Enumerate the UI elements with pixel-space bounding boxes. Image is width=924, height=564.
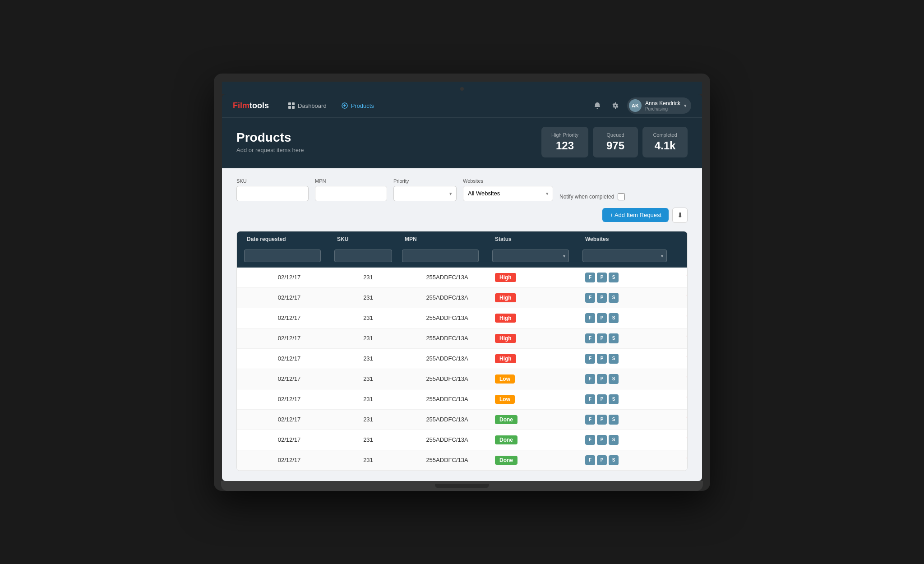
website-badge-s: S [609,394,619,404]
cell-mpn: 255ADDFC/13A [402,436,492,443]
download-button[interactable]: ⬇ [672,208,688,223]
website-badge-f: F [585,374,595,384]
chevron-down-icon: ▾ [684,103,687,109]
logo-accent: Film [233,101,249,110]
mpn-label: MPN [315,178,387,184]
nav-dashboard-label: Dashboard [298,102,327,109]
col-actions [682,236,687,242]
website-badge-p: P [597,313,607,323]
status-badge: Done [495,415,517,424]
status-badge: High [495,293,516,302]
cell-status: High [492,334,582,343]
cell-sku: 231 [334,335,402,342]
mpn-input[interactable] [315,186,387,201]
nav-items: Dashboard Products [282,99,591,112]
nav-item-products[interactable]: Products [335,99,380,112]
col-date: Date requested [244,236,334,242]
sku-table-filter-input[interactable] [334,250,392,262]
cell-sku: 231 [334,396,402,402]
date-filter-input[interactable] [244,250,321,262]
website-badge-f: F [585,273,595,282]
cell-mpn: 255ADDFC/13A [402,416,492,423]
notify-group: Notify when completed [559,193,625,200]
website-badge-s: S [609,293,619,303]
sku-input[interactable] [236,186,309,201]
user-info: Anna Kendrick Purchasing [645,100,680,111]
edit-button[interactable]: ✏️ [684,435,688,445]
cell-sku: 231 [334,457,402,463]
gear-icon [612,102,619,109]
download-icon: ⬇ [677,211,683,219]
cell-actions: ✏️ 🔗 ✔ [682,333,688,344]
cell-mpn: 255ADDFC/13A [402,274,492,281]
cell-date: 02/12/17 [244,335,334,342]
priority-select[interactable]: High Low [393,186,457,201]
svg-rect-2 [288,106,291,109]
websites-filter-group: Websites All Websites Website F Website … [463,178,553,201]
cell-websites: FPS [582,273,682,282]
cell-websites: FPS [582,415,682,425]
websites-table-filter-select[interactable]: All [582,250,667,262]
table-row: 02/12/17 231 255ADDFC/13A Done FPS ✏️ 🔗 … [237,450,687,471]
table-row: 02/12/17 231 255ADDFC/13A High FPS ✏️ 🔗 … [237,308,687,328]
add-item-request-button[interactable]: + Add Item Request [602,208,669,222]
website-badge-f: F [585,293,595,303]
edit-button[interactable]: ✏️ [684,333,688,344]
cell-status: Low [492,374,582,384]
status-badge: High [495,334,516,343]
status-filter-select[interactable]: High Low Done [492,250,569,262]
websites-label: Websites [463,178,553,184]
table-header: Date requested SKU MPN Status Websites [237,231,687,247]
cell-date: 02/12/17 [244,375,334,382]
dashboard-icon [288,102,295,109]
cell-status: Done [492,456,582,465]
edit-button[interactable]: ✏️ [684,313,688,324]
cell-websites: FPS [582,455,682,465]
cell-actions: ✏️ 🔗 ✔ [682,353,688,364]
websites-select[interactable]: All Websites Website F Website P Website… [463,186,553,201]
app-logo: Filmtools [233,101,269,111]
edit-button[interactable]: ✏️ [684,272,688,283]
cell-actions: ✏️ 🔗 ✔ [682,374,688,384]
status-badge: Done [495,456,517,465]
website-badge-f: F [585,455,595,465]
nav-item-dashboard[interactable]: Dashboard [282,99,333,112]
notify-checkbox[interactable] [618,193,625,200]
svg-rect-3 [292,106,295,109]
bell-icon [594,102,601,109]
user-badge[interactable]: AK Anna Kendrick Purchasing ▾ [627,97,691,114]
website-badge-s: S [609,435,619,445]
svg-rect-0 [288,102,291,105]
table-filter-row: High Low Done ▾ All [237,247,687,268]
website-badge-p: P [597,333,607,343]
cell-sku: 231 [334,416,402,423]
cell-status: Done [492,415,582,424]
cell-mpn: 255ADDFC/13A [402,294,492,301]
website-badge-f: F [585,394,595,404]
settings-icon-btn[interactable] [609,99,622,112]
content-area: SKU MPN Priority High Low [222,168,702,481]
col-sku: SKU [334,236,402,242]
cell-actions: ✏️ 🔗 ✔ [682,292,688,303]
priority-filter-group: Priority High Low [393,178,457,201]
table-row: 02/12/17 231 255ADDFC/13A Low FPS ✏️ 🔗 ✔ [237,369,687,389]
edit-button[interactable]: ✏️ [684,414,688,425]
cell-mpn: 255ADDFC/13A [402,375,492,382]
status-badge: High [495,273,516,282]
edit-button[interactable]: ✏️ [684,394,688,405]
edit-button[interactable]: ✏️ [684,455,688,466]
cell-mpn: 255ADDFC/13A [402,457,492,463]
notification-icon-btn[interactable] [591,99,604,112]
cell-status: Done [492,435,582,444]
cell-websites: FPS [582,374,682,384]
website-badge-f: F [585,354,595,364]
edit-button[interactable]: ✏️ [684,353,688,364]
add-btn-label: + Add Item Request [610,212,661,218]
mpn-table-filter-input[interactable] [402,250,479,262]
website-badge-s: S [609,313,619,323]
cell-websites: FPS [582,435,682,445]
edit-button[interactable]: ✏️ [684,374,688,384]
edit-button[interactable]: ✏️ [684,292,688,303]
table-container: Date requested SKU MPN Status Websites [236,231,688,471]
table-row: 02/12/17 231 255ADDFC/13A Done FPS ✏️ 🔗 … [237,430,687,450]
